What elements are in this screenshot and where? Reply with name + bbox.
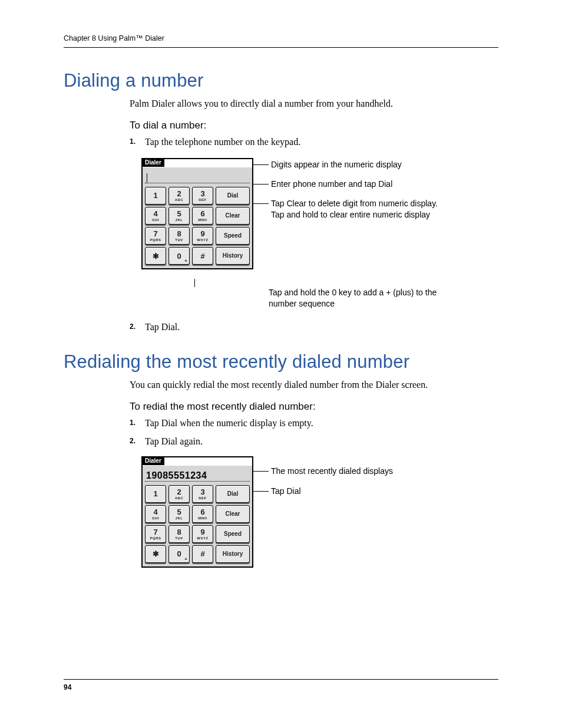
keypad-0: 0+ [168, 545, 190, 563]
clear-button: Clear [216, 505, 250, 523]
step-text: Tap the telephone number on the keypad. [145, 137, 300, 147]
page-number: 94 [64, 679, 498, 691]
dial-button: Dial [216, 187, 250, 205]
keypad-2: 2ABC [168, 485, 190, 503]
keypad-9: 9WXYZ [192, 227, 213, 245]
keypad-2: 2ABC [168, 187, 190, 205]
keypad-star: ✱ [145, 545, 166, 563]
dial-button: Dial [216, 485, 250, 503]
keypad-1: 1 [145, 485, 166, 503]
keypad-3: 3DEF [192, 485, 213, 503]
keypad-4: 4GHI [145, 207, 166, 225]
step-item: 2. Tap Dial. [130, 320, 498, 335]
dialer-screenshot: Dialer 1 2ABC 3DEF Dial 4GHI 5JKL 6MNO C… [141, 158, 253, 269]
callout-zero-plus: Tap and hold the 0 key to add a + (plus)… [269, 287, 463, 309]
callout-numeric-display: Digits appear in the numeric display [269, 159, 402, 170]
keypad-9: 9WXYZ [192, 525, 213, 543]
keypad-8: 8TUV [168, 525, 190, 543]
speed-button: Speed [216, 525, 250, 543]
step-number: 1. [130, 417, 135, 429]
heading-dialing-a-number: Dialing a number [64, 70, 498, 91]
dialer-tab: Dialer [142, 159, 164, 167]
history-button: History [216, 247, 250, 265]
step-item: 2. Tap Dial again. [130, 434, 498, 449]
task-heading: To redial the most recently dialed numbe… [130, 401, 498, 413]
numeric-display: 19085551234 [145, 468, 250, 482]
step-item: 1. Tap Dial when the numeric display is … [130, 416, 498, 431]
callout-enter-number: Enter phone number and tap Dial [269, 179, 392, 190]
keypad-7: 7PQRS [145, 525, 166, 543]
clear-button: Clear [216, 207, 250, 225]
callout-clear: Tap Clear to delete digit from numeric d… [269, 198, 442, 220]
step-text: Tap Dial again. [145, 436, 203, 446]
keypad-0: 0+ [168, 247, 190, 265]
keypad-4: 4GHI [145, 505, 166, 523]
keypad-6: 6MNO [192, 207, 213, 225]
numeric-display [145, 170, 250, 183]
keypad-3: 3DEF [192, 187, 213, 205]
dialer-tab: Dialer [142, 457, 164, 465]
history-button: History [216, 545, 250, 563]
running-header: Chapter 8 Using Palm™ Dialer [64, 34, 498, 48]
keypad-6: 6MNO [192, 505, 213, 523]
step-text: Tap Dial. [145, 322, 180, 332]
keypad-8: 8TUV [168, 227, 190, 245]
keypad-hash: # [192, 545, 213, 563]
speed-button: Speed [216, 227, 250, 245]
intro-paragraph: Palm Dialer allows you to directly dial … [130, 97, 498, 110]
keypad-1: 1 [145, 187, 166, 205]
step-number: 1. [130, 136, 135, 147]
keypad-5: 5JKL [168, 505, 190, 523]
callout-recent-display: The most recently dialed displays [269, 466, 393, 477]
callout-tap-dial: Tap Dial [269, 486, 301, 497]
step-item: 1. Tap the telephone number on the keypa… [130, 135, 498, 150]
intro-paragraph: You can quickly redial the most recently… [130, 378, 498, 391]
step-number: 2. [130, 436, 135, 447]
task-heading: To dial a number: [130, 120, 498, 131]
keypad-7: 7PQRS [145, 227, 166, 245]
step-number: 2. [130, 321, 135, 332]
keypad-hash: # [192, 247, 213, 265]
heading-redialing: Redialing the most recently dialed numbe… [64, 351, 498, 373]
keypad-star: ✱ [145, 247, 166, 265]
dialer-screenshot: Dialer 19085551234 1 2ABC 3DEF Dial 4GHI… [141, 456, 253, 568]
step-text: Tap Dial when the numeric display is emp… [145, 418, 313, 428]
keypad-5: 5JKL [168, 207, 190, 225]
